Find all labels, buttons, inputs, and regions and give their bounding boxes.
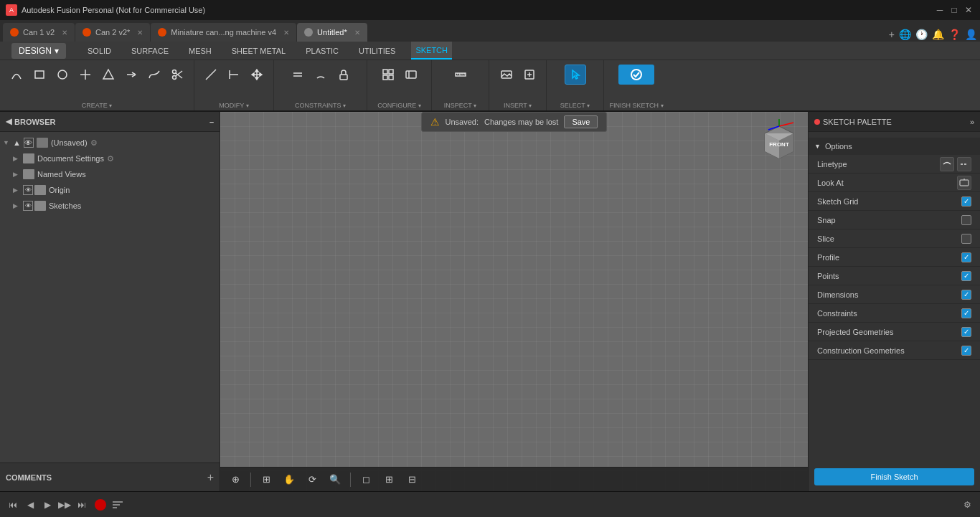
select-tool[interactable]: [565, 65, 586, 85]
tab-close-miniature[interactable]: ✕: [283, 29, 289, 37]
select-group: SELECT ▾: [547, 60, 604, 110]
mode-utilities[interactable]: UTILITIES: [354, 42, 400, 60]
mode-sheet-metal[interactable]: SHEET METAL: [227, 42, 290, 60]
points-checkbox[interactable]: ✓: [961, 271, 971, 281]
rectangle-tool[interactable]: [29, 65, 50, 85]
tab-close-can1[interactable]: ✕: [62, 29, 67, 37]
step-back-button[interactable]: ◀: [23, 500, 37, 510]
back-icon[interactable]: ◀: [6, 117, 11, 126]
tab-untitled[interactable]: Untitled* ✕: [297, 23, 367, 42]
help-button[interactable]: ❓: [948, 29, 961, 40]
mode-surface[interactable]: SURFACE: [127, 42, 173, 60]
eye-icon[interactable]: 👁: [23, 185, 33, 195]
equal-constraint[interactable]: [287, 65, 308, 85]
svg-marker-4: [103, 70, 113, 79]
tab-miniature[interactable]: Miniature can...ng machine v4 ✕: [151, 23, 296, 42]
mode-solid[interactable]: SOLID: [83, 42, 116, 60]
tab-can1[interactable]: Can 1 v2 ✕: [3, 23, 75, 42]
tree-item-root[interactable]: ▼ ▲ 👁 (Unsaved) ⚙: [0, 135, 220, 151]
mode-sketch[interactable]: SKETCH: [411, 42, 452, 60]
new-tab-button[interactable]: +: [889, 29, 895, 40]
svg-rect-26: [383, 75, 387, 80]
tab-can2[interactable]: Can 2 v2* ✕: [75, 23, 150, 42]
settings-icon[interactable]: ⚙: [90, 138, 98, 148]
view-cube[interactable]: FRONT: [758, 119, 801, 162]
bell-button[interactable]: 🔔: [932, 29, 944, 40]
snap-config[interactable]: [400, 65, 422, 85]
skip-end-button[interactable]: ⏭: [75, 500, 89, 510]
linetype-icon1[interactable]: [940, 157, 954, 171]
svg-line-12: [206, 70, 216, 80]
arc-constraint[interactable]: [310, 65, 331, 85]
settings-icon[interactable]: ⚙: [107, 154, 114, 163]
slice-checkbox[interactable]: [961, 234, 971, 244]
pan-tool-btn[interactable]: ✋: [280, 471, 298, 488]
tab-icon: [158, 28, 166, 37]
sketch-dimension[interactable]: [223, 65, 245, 85]
skip-start-button[interactable]: ⏮: [6, 500, 20, 510]
play-button[interactable]: ▶: [40, 500, 55, 510]
profile-button[interactable]: 👤: [965, 29, 977, 40]
minimize-button[interactable]: ─: [934, 4, 946, 16]
image-insert[interactable]: [496, 65, 517, 85]
arc-tool[interactable]: [6, 65, 27, 85]
eye-icon[interactable]: 👁: [24, 138, 34, 148]
spline-tool[interactable]: [143, 65, 165, 85]
record-button[interactable]: [95, 499, 106, 511]
extend-tool[interactable]: [121, 65, 142, 85]
finish-sketch-toolbar-button[interactable]: [618, 65, 654, 85]
step-forward-button[interactable]: ▶▶: [57, 500, 72, 510]
dimensions-checkbox[interactable]: ✓: [961, 290, 971, 300]
clock-button[interactable]: 🕐: [915, 29, 928, 40]
linetype-icon2[interactable]: [957, 157, 971, 171]
look-at-button[interactable]: [957, 176, 971, 190]
construction-label: Construction Geometries: [817, 346, 905, 355]
construction-checkbox[interactable]: ✓: [961, 346, 971, 356]
ruler-tool[interactable]: [450, 65, 471, 85]
tab-close-untitled[interactable]: ✕: [354, 29, 360, 37]
tree-item-origin[interactable]: ▶ 👁 Origin: [0, 182, 220, 198]
tab-close-can2[interactable]: ✕: [137, 29, 143, 37]
grid-view-btn[interactable]: ⊞: [380, 471, 398, 488]
lock-constraint[interactable]: [333, 65, 354, 85]
zoom-tool-btn[interactable]: 🔍: [326, 471, 344, 488]
snap-tool-btn[interactable]: ⊞: [257, 471, 275, 488]
snap-checkbox[interactable]: [961, 215, 971, 225]
close-button[interactable]: ✕: [963, 4, 974, 16]
maximize-button[interactable]: □: [948, 4, 960, 16]
move-tool-btn[interactable]: ⊕: [226, 471, 245, 488]
design-button[interactable]: DESIGN ▾: [11, 43, 66, 59]
tab-list-button[interactable]: 🌐: [899, 29, 911, 40]
sketch-grid-checkbox[interactable]: ✓: [961, 196, 971, 207]
orbit-tool-btn[interactable]: ⟳: [303, 471, 321, 488]
eye-icon[interactable]: 👁: [23, 201, 33, 211]
tab-bar: Can 1 v2 ✕ Can 2 v2* ✕ Miniature can...n…: [0, 20, 980, 42]
mode-plastic[interactable]: PLASTIC: [301, 42, 343, 60]
move-tool[interactable]: [246, 65, 268, 85]
add-comment-button[interactable]: +: [207, 471, 214, 484]
constraints-checkbox[interactable]: ✓: [961, 308, 971, 318]
tree-item-document-settings[interactable]: ▶ Document Settings ⚙: [0, 151, 220, 166]
display-btn[interactable]: ⊟: [402, 471, 421, 488]
options-section-header[interactable]: ▼ Options: [809, 138, 980, 155]
trim-tool[interactable]: [166, 65, 188, 85]
profile-checkbox[interactable]: ✓: [961, 252, 971, 262]
polygon-tool[interactable]: [98, 65, 119, 85]
settings-button[interactable]: ⚙: [960, 500, 974, 510]
browser-collapse-button[interactable]: –: [209, 118, 214, 126]
mode-mesh[interactable]: MESH: [184, 42, 216, 60]
save-button[interactable]: Save: [564, 115, 598, 128]
point-tool[interactable]: [75, 65, 96, 85]
palette-expand-button[interactable]: »: [970, 118, 974, 126]
component-insert[interactable]: [519, 65, 540, 85]
finish-sketch-palette-button[interactable]: Finish Sketch: [814, 468, 974, 485]
view-mode-btn[interactable]: ◻: [357, 471, 375, 488]
viewport[interactable]: ⚠ Unsaved: Changes may be lost Save 8.0: [220, 112, 808, 491]
tree-item-named-views[interactable]: ▶ Named Views: [0, 166, 220, 182]
grid-config[interactable]: [377, 65, 399, 85]
sketch-canvas[interactable]: 8.0 8.0 6.40: [220, 112, 435, 219]
projected-checkbox[interactable]: ✓: [961, 327, 971, 337]
line-tool[interactable]: [200, 65, 222, 85]
tree-item-sketches[interactable]: ▶ 👁 Sketches: [0, 198, 220, 214]
circle-tool[interactable]: [52, 65, 73, 85]
